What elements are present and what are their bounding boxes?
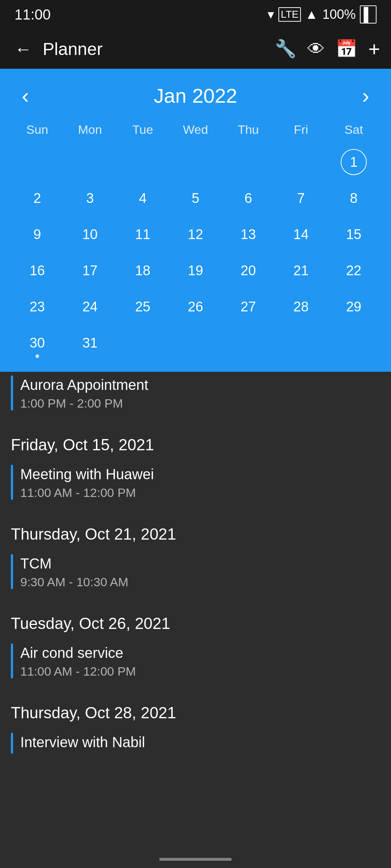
calendar-day[interactable]: 30 (11, 325, 64, 361)
event-stripe (11, 465, 13, 500)
lte-icon: LTE (278, 7, 300, 22)
calendar-day (275, 325, 328, 361)
event-time: 11:00 AM - 12:00 PM (20, 486, 380, 500)
events-section: Aurora Appointment 1:00 PM - 2:00 PM Fri… (0, 372, 391, 765)
calendar-day[interactable]: 25 (116, 289, 169, 325)
status-time: 11:00 (14, 7, 51, 23)
event-time: 9:30 AM - 10:30 AM (20, 575, 380, 589)
calendar-day[interactable]: 15 (327, 216, 380, 252)
event-item-huawei[interactable]: Meeting with Huawei 11:00 AM - 12:00 PM (0, 461, 391, 511)
date-heading-oct15: Friday, Oct 15, 2021 (0, 425, 391, 461)
calendar-day (169, 325, 222, 361)
event-content: Air cond service 11:00 AM - 12:00 PM (20, 643, 380, 678)
calendar-day[interactable]: 2 (11, 180, 64, 216)
event-time: 11:00 AM - 12:00 PM (20, 664, 380, 678)
calendar-grid: 1234567891011121314151617181920212223242… (11, 144, 380, 361)
calendar-day[interactable]: 27 (222, 289, 275, 325)
day-header-sat: Sat (327, 119, 380, 140)
calendar-day[interactable]: 28 (275, 289, 328, 325)
date-heading-oct28: Thursday, Oct 28, 2021 (0, 693, 391, 729)
month-nav: ‹ Jan 2022 › (11, 76, 380, 119)
event-stripe (11, 733, 13, 754)
date-group-oct15: Friday, Oct 15, 2021 Meeting with Huawei… (0, 425, 391, 511)
calendar-day (222, 144, 275, 180)
event-content: Meeting with Huawei 11:00 AM - 12:00 PM (20, 465, 380, 500)
calendar-day[interactable]: 20 (222, 252, 275, 289)
event-title: TCM (20, 554, 380, 573)
day-header-fri: Fri (275, 119, 328, 140)
calendar-day[interactable]: 9 (11, 216, 64, 252)
date-heading-oct21: Thursday, Oct 21, 2021 (0, 514, 391, 550)
calendar-day[interactable]: 4 (116, 180, 169, 216)
event-title: Meeting with Huawei (20, 465, 380, 484)
calendar-day[interactable]: 8 (327, 180, 380, 216)
calendar-day (222, 325, 275, 361)
back-button[interactable]: ← (11, 35, 35, 63)
day-header-wed: Wed (169, 119, 222, 140)
calendar-day (116, 325, 169, 361)
calendar-day (169, 144, 222, 180)
next-month-button[interactable]: › (358, 80, 373, 112)
event-stripe (11, 643, 13, 678)
calendar-day[interactable]: 3 (64, 180, 117, 216)
event-content: Aurora Appointment 1:00 PM - 2:00 PM (20, 375, 380, 410)
event-stripe (11, 554, 13, 589)
day-header-tue: Tue (116, 119, 169, 140)
calendar-day[interactable]: 31 (64, 325, 117, 361)
calendar-day[interactable]: 26 (169, 289, 222, 325)
event-content: Interview with Nabil (20, 733, 380, 754)
day-headers: Sun Mon Tue Wed Thu Fri Sat (11, 119, 380, 140)
calendar-day (275, 144, 328, 180)
calendar-day (64, 144, 117, 180)
calendar-day[interactable]: 18 (116, 252, 169, 289)
calendar-day[interactable]: 19 (169, 252, 222, 289)
calendar-day[interactable]: 24 (64, 289, 117, 325)
event-title: Aurora Appointment (20, 375, 380, 394)
calendar-day[interactable]: 7 (275, 180, 328, 216)
event-title: Interview with Nabil (20, 733, 380, 752)
prev-month-button[interactable]: ‹ (18, 80, 33, 112)
event-title: Air cond service (20, 643, 380, 662)
date-group-aurora: Aurora Appointment 1:00 PM - 2:00 PM (0, 372, 391, 421)
event-item-aircond[interactable]: Air cond service 11:00 AM - 12:00 PM (0, 640, 391, 689)
calendar-day[interactable]: 21 (275, 252, 328, 289)
calendar-day[interactable]: 22 (327, 252, 380, 289)
calendar-day (116, 144, 169, 180)
day-header-mon: Mon (64, 119, 117, 140)
signal-icon: ▲ (305, 7, 318, 22)
calendar-day[interactable]: 13 (222, 216, 275, 252)
calendar-day[interactable]: 6 (222, 180, 275, 216)
calendar-day[interactable]: 11 (116, 216, 169, 252)
calendar-day (327, 325, 380, 361)
calendar-day[interactable]: 14 (275, 216, 328, 252)
calendar-day[interactable]: 17 (64, 252, 117, 289)
status-bar: 11:00 ▾ LTE ▲ 100% ▌ (0, 0, 391, 29)
day-header-sun: Sun (11, 119, 64, 140)
calendar-view-icon[interactable]: 📅 (336, 39, 357, 59)
calendar-day[interactable]: 1 (327, 144, 380, 180)
calendar-day[interactable]: 12 (169, 216, 222, 252)
battery-icon: ▌ (360, 5, 377, 24)
event-item-aurora[interactable]: Aurora Appointment 1:00 PM - 2:00 PM (0, 372, 391, 421)
calendar-day[interactable]: 23 (11, 289, 64, 325)
event-time: 1:00 PM - 2:00 PM (20, 396, 380, 410)
event-stripe (11, 375, 13, 410)
add-event-button[interactable]: + (368, 37, 380, 61)
calendar-day[interactable]: 16 (11, 252, 64, 289)
status-icons: ▾ LTE ▲ 100% ▌ (268, 5, 377, 24)
date-group-oct21: Thursday, Oct 21, 2021 TCM 9:30 AM - 10:… (0, 514, 391, 600)
calendar-section: ‹ Jan 2022 › Sun Mon Tue Wed Thu Fri Sat… (0, 69, 391, 372)
event-item-tcm[interactable]: TCM 9:30 AM - 10:30 AM (0, 550, 391, 600)
date-heading-oct26: Tuesday, Oct 26, 2021 (0, 604, 391, 640)
event-content: TCM 9:30 AM - 10:30 AM (20, 554, 380, 589)
calendar-day[interactable]: 10 (64, 216, 117, 252)
event-item-interview[interactable]: Interview with Nabil (0, 729, 391, 765)
wrench-icon[interactable]: 🔧 (275, 39, 297, 59)
eye-icon[interactable]: 👁 (307, 39, 325, 59)
home-indicator (159, 858, 232, 861)
app-bar: ← Planner 🔧 👁 📅 + (0, 29, 391, 69)
calendar-day[interactable]: 29 (327, 289, 380, 325)
battery-percent: 100% (322, 7, 356, 22)
wifi-icon: ▾ (268, 7, 274, 22)
calendar-day[interactable]: 5 (169, 180, 222, 216)
